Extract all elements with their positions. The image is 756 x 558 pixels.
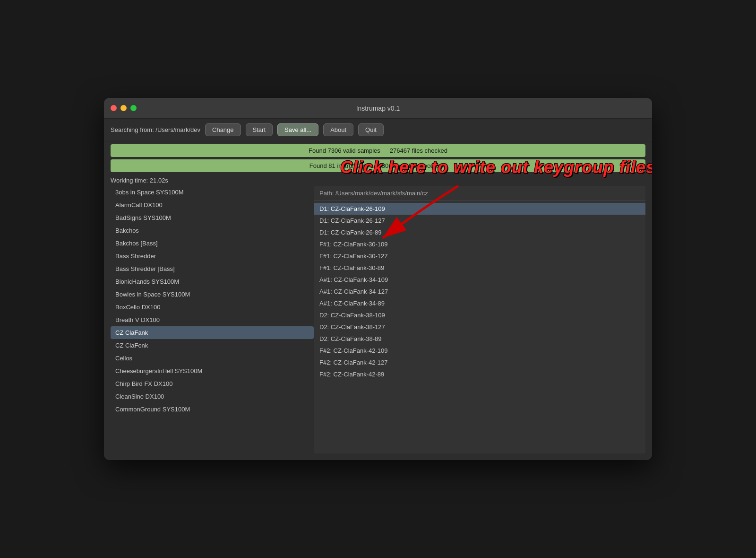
- sample-item[interactable]: D1: CZ-ClaFank-26-89: [314, 227, 645, 238]
- main-content: 3obs in Space SYS100MAlarmCall DX100BadS…: [104, 186, 652, 460]
- status-bar-2-right: 7306 samples processed: [378, 162, 447, 169]
- toolbar: Searching from: /Users/mark/dev Change S…: [104, 119, 652, 141]
- app-window: Instrumap v0.1 Searching from: /Users/ma…: [104, 98, 652, 460]
- title-bar: Instrumap v0.1: [104, 98, 652, 119]
- sample-item[interactable]: D2: CZ-ClaFank-38-127: [314, 321, 645, 333]
- list-item[interactable]: Bass Shredder: [111, 250, 314, 262]
- start-button[interactable]: Start: [246, 123, 273, 136]
- status-bar-2: Found 81 instruments 7306 samples proces…: [111, 159, 645, 172]
- sample-item[interactable]: A#1: CZ-ClaFank-34-89: [314, 297, 645, 309]
- sample-item[interactable]: F#2: CZ-ClaFank-42-89: [314, 368, 645, 380]
- traffic-lights: [111, 105, 137, 111]
- sample-item[interactable]: D2: CZ-ClaFank-38-109: [314, 309, 645, 321]
- list-item[interactable]: Bakchos: [111, 224, 314, 237]
- list-item[interactable]: BionicHands SYS100M: [111, 275, 314, 288]
- sample-list[interactable]: D1: CZ-ClaFank-26-109D1: CZ-ClaFank-26-1…: [314, 201, 645, 453]
- sample-item[interactable]: A#1: CZ-ClaFank-34-127: [314, 286, 645, 297]
- instrument-list[interactable]: 3obs in Space SYS100MAlarmCall DX100BadS…: [111, 186, 314, 453]
- sample-item[interactable]: F#1: CZ-ClaFank-30-89: [314, 262, 645, 274]
- list-item[interactable]: Bakchos [Bass]: [111, 237, 314, 250]
- list-item[interactable]: AlarmCall DX100: [111, 199, 314, 211]
- window-title: Instrumap v0.1: [356, 105, 400, 112]
- sample-item[interactable]: D1: CZ-ClaFank-26-127: [314, 215, 645, 227]
- save-all-button[interactable]: Save all...: [277, 123, 318, 136]
- save-all-container: Save all...: [277, 123, 318, 136]
- sample-item[interactable]: F#1: CZ-ClaFank-30-127: [314, 250, 645, 262]
- list-item[interactable]: CheeseburgersInHell SYS100M: [111, 365, 314, 377]
- sample-item[interactable]: A#1: CZ-ClaFank-34-109: [314, 274, 645, 286]
- right-panel: Path: /Users/mark/dev/mark/sfs/main/cz D…: [314, 186, 645, 453]
- content-area: Click here to write out keygroup files 3…: [104, 186, 652, 460]
- quit-button[interactable]: Quit: [358, 123, 384, 136]
- status-bars: Found 7306 valid samples 276467 files ch…: [104, 141, 652, 175]
- list-item[interactable]: BadSigns SYS100M: [111, 211, 314, 224]
- list-item[interactable]: CommonGround SYS100M: [111, 403, 314, 416]
- status-bar-1: Found 7306 valid samples 276467 files ch…: [111, 144, 645, 157]
- list-item[interactable]: CZ ClaFank: [111, 326, 314, 339]
- minimize-button[interactable]: [120, 105, 127, 111]
- list-item[interactable]: BoxCello DX100: [111, 301, 314, 314]
- list-item[interactable]: Bass Shredder [Bass]: [111, 262, 314, 275]
- list-item[interactable]: CleanSine DX100: [111, 390, 314, 403]
- list-item[interactable]: Cellos: [111, 352, 314, 365]
- sample-item[interactable]: D1: CZ-ClaFank-26-109: [314, 203, 645, 215]
- about-button[interactable]: About: [323, 123, 353, 136]
- status-bar-2-left: Found 81 instruments: [309, 162, 369, 169]
- sample-item[interactable]: F#1: CZ-ClaFank-30-109: [314, 238, 645, 250]
- sample-item[interactable]: D2: CZ-ClaFank-38-89: [314, 333, 645, 345]
- sample-item[interactable]: F#2: CZ-ClaFank-42-109: [314, 345, 645, 357]
- path-bar: Path: /Users/mark/dev/mark/sfs/main/cz: [314, 186, 645, 201]
- maximize-button[interactable]: [130, 105, 137, 111]
- list-item[interactable]: CZ ClaFonk: [111, 339, 314, 352]
- status-bar-1-right: 276467 files checked: [390, 147, 447, 154]
- list-item[interactable]: Breath V DX100: [111, 314, 314, 326]
- list-item[interactable]: 3obs in Space SYS100M: [111, 186, 314, 199]
- search-path-label: Searching from: /Users/mark/dev: [111, 126, 200, 133]
- close-button[interactable]: [111, 105, 117, 111]
- list-item[interactable]: Bowies in Space SYS100M: [111, 288, 314, 301]
- change-button[interactable]: Change: [205, 123, 241, 136]
- working-time: Working time: 21.02s: [104, 175, 652, 186]
- sample-item[interactable]: F#2: CZ-ClaFank-42-127: [314, 357, 645, 368]
- status-bar-1-left: Found 7306 valid samples: [309, 147, 380, 154]
- list-item[interactable]: Chirp Bird FX DX100: [111, 377, 314, 390]
